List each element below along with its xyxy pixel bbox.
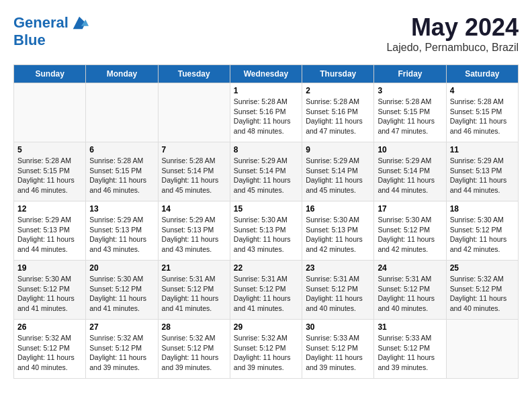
calendar-cell	[14, 83, 86, 142]
day-info: Sunrise: 5:30 AM Sunset: 5:13 PM Dayligh…	[306, 215, 370, 255]
day-info: Sunrise: 5:29 AM Sunset: 5:14 PM Dayligh…	[378, 156, 442, 195]
day-info: Sunrise: 5:33 AM Sunset: 5:12 PM Dayligh…	[306, 333, 370, 373]
calendar-cell: 15Sunrise: 5:30 AM Sunset: 5:13 PM Dayli…	[230, 201, 302, 261]
main-title: May 2024	[386, 13, 519, 42]
day-number: 15	[234, 204, 298, 214]
day-header-monday: Monday	[86, 65, 158, 83]
day-header-sunday: Sunday	[14, 65, 86, 83]
calendar-cell: 22Sunrise: 5:31 AM Sunset: 5:12 PM Dayli…	[230, 261, 302, 320]
calendar-cell: 30Sunrise: 5:33 AM Sunset: 5:12 PM Dayli…	[302, 320, 374, 379]
calendar-cell: 21Sunrise: 5:31 AM Sunset: 5:12 PM Dayli…	[158, 261, 230, 320]
calendar-cell: 25Sunrise: 5:32 AM Sunset: 5:12 PM Dayli…	[446, 261, 518, 320]
day-info: Sunrise: 5:28 AM Sunset: 5:16 PM Dayligh…	[306, 97, 370, 136]
day-info: Sunrise: 5:32 AM Sunset: 5:12 PM Dayligh…	[162, 333, 226, 373]
day-number: 29	[234, 322, 298, 332]
day-info: Sunrise: 5:28 AM Sunset: 5:15 PM Dayligh…	[17, 156, 82, 195]
calendar-cell: 24Sunrise: 5:31 AM Sunset: 5:12 PM Dayli…	[374, 261, 446, 320]
calendar-cell: 16Sunrise: 5:30 AM Sunset: 5:13 PM Dayli…	[302, 201, 374, 261]
day-number: 20	[89, 263, 154, 273]
day-info: Sunrise: 5:28 AM Sunset: 5:15 PM Dayligh…	[450, 97, 515, 136]
day-number: 14	[162, 204, 226, 214]
day-info: Sunrise: 5:31 AM Sunset: 5:12 PM Dayligh…	[234, 274, 298, 314]
day-number: 11	[450, 145, 515, 154]
day-number: 7	[162, 145, 226, 154]
calendar-cell: 13Sunrise: 5:29 AM Sunset: 5:13 PM Dayli…	[86, 201, 158, 261]
calendar-cell	[446, 320, 518, 379]
logo-blue-text: Blue	[13, 32, 89, 48]
calendar-cell: 5Sunrise: 5:28 AM Sunset: 5:15 PM Daylig…	[14, 142, 86, 201]
day-info: Sunrise: 5:31 AM Sunset: 5:12 PM Dayligh…	[162, 274, 226, 314]
day-info: Sunrise: 5:28 AM Sunset: 5:16 PM Dayligh…	[234, 97, 298, 136]
calendar-cell: 1Sunrise: 5:28 AM Sunset: 5:16 PM Daylig…	[230, 83, 302, 142]
day-header-tuesday: Tuesday	[158, 65, 230, 83]
day-number: 8	[234, 145, 298, 154]
day-number: 5	[17, 145, 82, 154]
day-info: Sunrise: 5:29 AM Sunset: 5:13 PM Dayligh…	[162, 215, 226, 255]
day-number: 27	[89, 322, 154, 332]
day-info: Sunrise: 5:30 AM Sunset: 5:12 PM Dayligh…	[89, 274, 154, 314]
day-header-saturday: Saturday	[446, 65, 518, 83]
logo: General Blue	[13, 13, 89, 48]
day-number: 16	[306, 204, 370, 214]
logo-text: General	[13, 15, 69, 31]
day-info: Sunrise: 5:28 AM Sunset: 5:15 PM Dayligh…	[378, 97, 442, 136]
day-header-thursday: Thursday	[302, 65, 374, 83]
day-number: 10	[378, 145, 442, 154]
calendar-cell: 19Sunrise: 5:30 AM Sunset: 5:12 PM Dayli…	[14, 261, 86, 320]
day-info: Sunrise: 5:32 AM Sunset: 5:12 PM Dayligh…	[234, 333, 298, 373]
day-info: Sunrise: 5:28 AM Sunset: 5:14 PM Dayligh…	[162, 156, 226, 195]
calendar-cell: 29Sunrise: 5:32 AM Sunset: 5:12 PM Dayli…	[230, 320, 302, 379]
calendar-cell: 4Sunrise: 5:28 AM Sunset: 5:15 PM Daylig…	[446, 83, 518, 142]
calendar-week-row: 5Sunrise: 5:28 AM Sunset: 5:15 PM Daylig…	[14, 142, 519, 201]
day-number: 23	[306, 263, 370, 273]
day-info: Sunrise: 5:32 AM Sunset: 5:12 PM Dayligh…	[450, 274, 515, 314]
calendar-cell: 2Sunrise: 5:28 AM Sunset: 5:16 PM Daylig…	[302, 83, 374, 142]
day-number: 2	[306, 86, 370, 95]
calendar-cell: 20Sunrise: 5:30 AM Sunset: 5:12 PM Dayli…	[86, 261, 158, 320]
day-info: Sunrise: 5:29 AM Sunset: 5:13 PM Dayligh…	[17, 215, 82, 255]
day-number: 21	[162, 263, 226, 273]
calendar-cell: 7Sunrise: 5:28 AM Sunset: 5:14 PM Daylig…	[158, 142, 230, 201]
day-header-friday: Friday	[374, 65, 446, 83]
calendar-week-row: 12Sunrise: 5:29 AM Sunset: 5:13 PM Dayli…	[14, 201, 519, 261]
day-info: Sunrise: 5:31 AM Sunset: 5:12 PM Dayligh…	[306, 274, 370, 314]
page-header: General Blue May 2024 Lajedo, Pernambuco…	[13, 13, 519, 54]
calendar-cell: 6Sunrise: 5:28 AM Sunset: 5:15 PM Daylig…	[86, 142, 158, 201]
day-info: Sunrise: 5:29 AM Sunset: 5:13 PM Dayligh…	[450, 156, 515, 195]
day-number: 22	[234, 263, 298, 273]
day-number: 17	[378, 204, 442, 214]
day-number: 9	[306, 145, 370, 154]
day-number: 1	[234, 86, 298, 95]
day-info: Sunrise: 5:30 AM Sunset: 5:12 PM Dayligh…	[378, 215, 442, 255]
calendar-cell: 11Sunrise: 5:29 AM Sunset: 5:13 PM Dayli…	[446, 142, 518, 201]
day-number: 25	[450, 263, 515, 273]
day-info: Sunrise: 5:29 AM Sunset: 5:14 PM Dayligh…	[234, 156, 298, 195]
calendar-cell: 17Sunrise: 5:30 AM Sunset: 5:12 PM Dayli…	[374, 201, 446, 261]
calendar-cell: 8Sunrise: 5:29 AM Sunset: 5:14 PM Daylig…	[230, 142, 302, 201]
calendar-cell: 26Sunrise: 5:32 AM Sunset: 5:12 PM Dayli…	[14, 320, 86, 379]
calendar-cell: 31Sunrise: 5:33 AM Sunset: 5:12 PM Dayli…	[374, 320, 446, 379]
day-info: Sunrise: 5:29 AM Sunset: 5:14 PM Dayligh…	[306, 156, 370, 195]
day-info: Sunrise: 5:28 AM Sunset: 5:15 PM Dayligh…	[89, 156, 154, 195]
day-number: 12	[17, 204, 82, 214]
calendar-cell: 10Sunrise: 5:29 AM Sunset: 5:14 PM Dayli…	[374, 142, 446, 201]
calendar-cell: 18Sunrise: 5:30 AM Sunset: 5:12 PM Dayli…	[446, 201, 518, 261]
title-block: May 2024 Lajedo, Pernambuco, Brazil	[386, 13, 519, 54]
calendar-week-row: 1Sunrise: 5:28 AM Sunset: 5:16 PM Daylig…	[14, 83, 519, 142]
calendar-week-row: 19Sunrise: 5:30 AM Sunset: 5:12 PM Dayli…	[14, 261, 519, 320]
calendar-week-row: 26Sunrise: 5:32 AM Sunset: 5:12 PM Dayli…	[14, 320, 519, 379]
calendar-cell	[86, 83, 158, 142]
day-number: 24	[378, 263, 442, 273]
calendar-cell	[158, 83, 230, 142]
calendar-header-row: SundayMondayTuesdayWednesdayThursdayFrid…	[14, 65, 519, 83]
day-info: Sunrise: 5:32 AM Sunset: 5:12 PM Dayligh…	[89, 333, 154, 373]
logo-icon	[70, 13, 89, 32]
day-number: 6	[89, 145, 154, 154]
day-number: 13	[89, 204, 154, 214]
calendar-cell: 3Sunrise: 5:28 AM Sunset: 5:15 PM Daylig…	[374, 83, 446, 142]
day-number: 18	[450, 204, 515, 214]
day-number: 26	[17, 322, 82, 332]
calendar-cell: 28Sunrise: 5:32 AM Sunset: 5:12 PM Dayli…	[158, 320, 230, 379]
day-info: Sunrise: 5:30 AM Sunset: 5:13 PM Dayligh…	[234, 215, 298, 255]
calendar-cell: 12Sunrise: 5:29 AM Sunset: 5:13 PM Dayli…	[14, 201, 86, 261]
